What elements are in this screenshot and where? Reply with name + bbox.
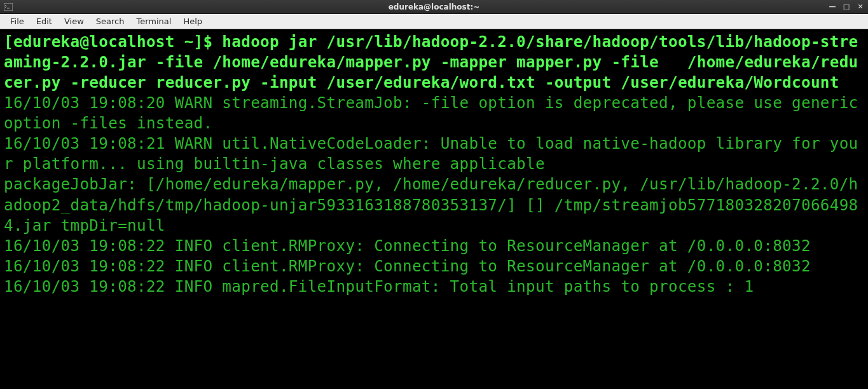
output-line: packageJobJar: [/home/edureka/mapper.py,…: [4, 174, 864, 235]
output-line: 16/10/03 19:08:22 INFO mapred.FileInputF…: [4, 276, 864, 297]
terminal-icon: [3, 1, 14, 13]
window-controls: — □ ✕: [827, 3, 865, 11]
menu-edit[interactable]: Edit: [31, 15, 57, 27]
output-line: 16/10/03 19:08:22 INFO client.RMProxy: C…: [4, 256, 864, 276]
window-title: edureka@localhost:~: [389, 3, 480, 11]
output-line: 16/10/03 19:08:22 INFO client.RMProxy: C…: [4, 236, 864, 256]
menu-view[interactable]: View: [59, 15, 89, 27]
menu-help[interactable]: Help: [178, 15, 207, 27]
output-line: 16/10/03 19:08:21 WARN util.NativeCodeLo…: [4, 133, 864, 174]
shell-prompt: [edureka@localhost ~]$: [4, 32, 222, 51]
terminal-content[interactable]: [edureka@localhost ~]$ hadoop jar /usr/l…: [0, 29, 868, 389]
maximize-button[interactable]: □: [841, 3, 851, 11]
window-titlebar: edureka@localhost:~ — □ ✕: [0, 0, 868, 14]
menu-file[interactable]: File: [5, 15, 29, 27]
output-line: 16/10/03 19:08:20 WARN streaming.StreamJ…: [4, 93, 864, 133]
menu-search[interactable]: Search: [91, 15, 130, 27]
close-button[interactable]: ✕: [855, 3, 865, 11]
minimize-button[interactable]: —: [827, 3, 837, 11]
svg-rect-0: [4, 3, 13, 11]
command-line: [edureka@localhost ~]$ hadoop jar /usr/l…: [4, 32, 864, 93]
menu-bar: File Edit View Search Terminal Help: [0, 14, 868, 29]
menu-terminal[interactable]: Terminal: [131, 15, 176, 27]
